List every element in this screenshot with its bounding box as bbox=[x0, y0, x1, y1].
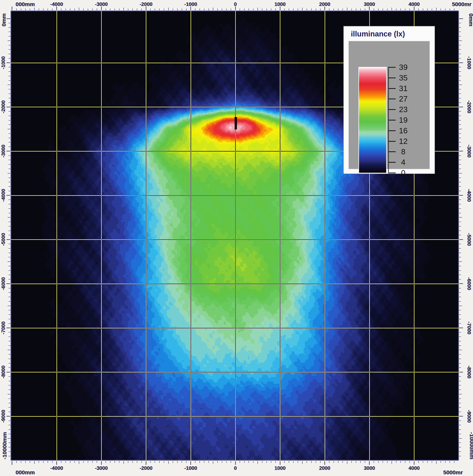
ruler-tick bbox=[9, 248, 10, 249]
ruler-tick bbox=[6, 239, 10, 240]
ruler-tick-label: -5000 bbox=[466, 228, 472, 251]
ruler-tick bbox=[459, 275, 461, 275]
ruler-tick bbox=[257, 461, 258, 464]
ruler-tick bbox=[293, 461, 294, 463]
ruler-tick bbox=[459, 80, 461, 81]
ruler-tick bbox=[21, 9, 21, 10]
ruler-tick bbox=[427, 461, 428, 463]
legend-tick-label: 27 bbox=[397, 94, 410, 103]
ruler-tick bbox=[39, 9, 39, 10]
ruler-tick bbox=[168, 461, 169, 464]
ruler-tick bbox=[459, 425, 461, 425]
ruler-tick bbox=[459, 442, 461, 443]
ruler-tick bbox=[9, 89, 10, 89]
ruler-tick bbox=[70, 461, 70, 463]
ruler-tick bbox=[217, 9, 218, 10]
ruler-tick-label: 3000 bbox=[358, 465, 381, 471]
ruler-tick bbox=[182, 9, 182, 10]
ruler-tick bbox=[459, 45, 461, 45]
ruler-tick bbox=[119, 9, 119, 10]
ruler-tick bbox=[459, 394, 462, 394]
corner-label-right-bottom: -10000mm bbox=[469, 432, 473, 459]
ruler-tick bbox=[360, 461, 361, 463]
ruler-tick bbox=[459, 235, 461, 235]
ruler-tick bbox=[459, 178, 461, 178]
ruler-tick bbox=[9, 345, 10, 346]
ruler-tick bbox=[9, 169, 10, 169]
ruler-tick bbox=[450, 461, 450, 463]
ruler-tick bbox=[25, 9, 26, 10]
legend-window[interactable]: illuminance (lx) 3935312723191612840 bbox=[343, 26, 435, 174]
ruler-tick bbox=[459, 208, 461, 209]
ruler-tick bbox=[30, 9, 30, 10]
ruler-tick bbox=[459, 270, 461, 271]
ruler-tick bbox=[213, 8, 213, 10]
ruler-tick bbox=[387, 9, 388, 10]
ruler-tick bbox=[459, 359, 461, 359]
ruler-tick bbox=[204, 461, 204, 463]
ruler-tick bbox=[9, 451, 10, 452]
legend-gradient-bar bbox=[358, 67, 387, 173]
ruler-tick-label: -1000 bbox=[180, 465, 202, 471]
ruler-tick bbox=[9, 270, 10, 271]
ruler-tick bbox=[378, 461, 379, 463]
ruler-tick bbox=[9, 275, 10, 275]
ruler-tick bbox=[262, 9, 262, 10]
ruler-tick-label: -6000 bbox=[466, 272, 472, 295]
ruler-tick bbox=[459, 337, 461, 337]
legend-tick-label: 12 bbox=[397, 137, 410, 146]
ruler-tick-label: -1000 bbox=[180, 1, 202, 7]
ruler-tick bbox=[9, 257, 10, 257]
ruler-tick bbox=[141, 9, 142, 10]
ruler-tick bbox=[356, 461, 356, 463]
ruler-tick bbox=[436, 461, 437, 464]
ruler-tick bbox=[427, 9, 428, 10]
ruler-tick bbox=[9, 337, 10, 337]
ruler-tick-label: -4000 bbox=[0, 184, 6, 206]
ruler-tick bbox=[66, 9, 66, 10]
legend-tick bbox=[388, 78, 396, 78]
ruler-tick bbox=[8, 394, 10, 394]
ruler-tick bbox=[271, 461, 271, 463]
ruler-tick bbox=[267, 461, 267, 463]
ruler-tick bbox=[459, 231, 461, 231]
ruler-tick bbox=[9, 231, 10, 231]
ruler-left: -1000-2000-3000-4000-5000-6000-7000-8000… bbox=[0, 11, 11, 460]
ruler-tick bbox=[459, 89, 461, 89]
ruler-tick bbox=[9, 319, 10, 319]
ruler-tick bbox=[316, 9, 316, 10]
ruler-tick bbox=[253, 9, 253, 10]
ruler-tick bbox=[307, 461, 307, 463]
ruler-tick-label: -4000 bbox=[46, 1, 68, 7]
ruler-tick bbox=[16, 461, 17, 463]
ruler-tick bbox=[9, 186, 10, 187]
ruler-tick bbox=[356, 9, 356, 10]
ruler-tick bbox=[396, 461, 396, 463]
ruler-tick-label: -2000 bbox=[466, 96, 472, 118]
ruler-tick bbox=[459, 306, 462, 306]
ruler-tick-label: -3000 bbox=[90, 1, 113, 7]
ruler-tick bbox=[164, 461, 164, 463]
ruler-tick bbox=[9, 67, 10, 67]
ruler-tick bbox=[459, 354, 461, 355]
ruler-tick bbox=[123, 461, 124, 464]
ruler-tick bbox=[190, 461, 191, 465]
ruler-tick-label: -9000 bbox=[0, 405, 6, 427]
ruler-tick bbox=[9, 363, 10, 363]
ruler-tick bbox=[43, 9, 44, 10]
ruler-tick bbox=[9, 23, 10, 23]
ruler-tick bbox=[454, 461, 455, 463]
ruler-tick bbox=[9, 421, 10, 421]
ruler-tick bbox=[459, 301, 461, 302]
ruler-tick bbox=[9, 147, 10, 147]
legend-tick-label: 16 bbox=[397, 126, 410, 135]
ruler-tick bbox=[25, 461, 26, 463]
ruler-tick bbox=[9, 425, 10, 425]
ruler-tick bbox=[459, 147, 461, 147]
ruler-tick bbox=[409, 461, 410, 463]
ruler-tick bbox=[459, 403, 461, 403]
ruler-tick bbox=[12, 6, 12, 10]
ruler-tick bbox=[459, 319, 461, 319]
ruler-tick bbox=[459, 261, 462, 262]
ruler-tick bbox=[441, 461, 441, 463]
